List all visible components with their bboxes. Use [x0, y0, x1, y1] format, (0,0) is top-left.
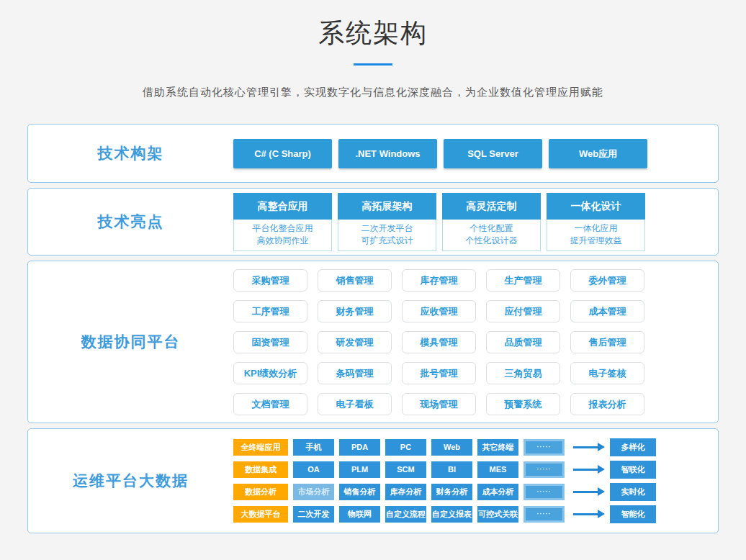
bigdata-result-label: 多样化: [610, 438, 656, 456]
tech-stack-button[interactable]: Web应用: [549, 139, 647, 168]
module-button[interactable]: 预警系统: [486, 393, 560, 415]
section-label-wrap: 数据协同平台: [28, 332, 233, 352]
highlight-card: 一体化设计一体化应用提升管理效益: [547, 193, 645, 251]
bigdata-item[interactable]: 手机: [293, 439, 334, 456]
highlight-card: 高拓展架构二次开发平台可扩充式设计: [338, 193, 436, 251]
section-label-wrap: 运维平台大数据: [28, 471, 233, 491]
highlight-card-line: 可扩充式设计: [338, 235, 436, 247]
bigdata-category-label: 大数据平台: [233, 506, 288, 523]
highlight-card-line: 二次开发平台: [338, 222, 436, 235]
bigdata-item[interactable]: 自定义流程: [385, 506, 426, 523]
module-button[interactable]: KPI绩效分析: [233, 362, 307, 384]
bigdata-result-label: 智能化: [610, 505, 656, 523]
bigdata-item[interactable]: 财务分析: [431, 484, 472, 500]
module-button[interactable]: 财务管理: [318, 300, 392, 322]
section-tech-stack-label: 技术构架: [98, 145, 164, 161]
arrow-right-icon: [573, 446, 598, 448]
tech-stack-button[interactable]: C# (C Sharp): [233, 139, 332, 168]
bigdata-row: 全终端应用手机PDAPCWeb其它终端·····多样化: [233, 438, 656, 456]
highlight-card-body: 二次开发平台可扩充式设计: [338, 220, 436, 251]
highlight-card-title: 高整合应用: [233, 193, 332, 220]
module-button[interactable]: 研发管理: [318, 331, 392, 353]
tech-stack-button[interactable]: SQL Server: [444, 139, 542, 168]
bigdata-item[interactable]: Web: [431, 439, 472, 456]
module-button[interactable]: 电子签核: [570, 362, 644, 384]
module-button[interactable]: 成本管理: [570, 300, 644, 322]
highlight-card-line: 高效协同作业: [234, 235, 331, 247]
bigdata-item[interactable]: 成本分析: [477, 484, 518, 500]
module-button[interactable]: 文档管理: [233, 393, 307, 415]
bigdata-result-label: 智联化: [610, 461, 656, 479]
tech-stack-button[interactable]: .NET Windows: [338, 139, 437, 168]
highlight-card-line: 提升管理效益: [547, 235, 644, 247]
arrow-right-icon: [573, 491, 598, 493]
section-bigdata-label: 运维平台大数据: [73, 472, 189, 489]
module-button[interactable]: 销售管理: [318, 269, 392, 292]
bigdata-item[interactable]: PDA: [339, 439, 380, 456]
bigdata-row: 数据集成OAPLMSCMBIMES·····智联化: [233, 461, 656, 479]
bigdata-ellipsis-item[interactable]: ·····: [523, 484, 565, 500]
bigdata-item[interactable]: 自定义报表: [431, 506, 472, 523]
module-button[interactable]: 售后管理: [570, 331, 644, 353]
module-button[interactable]: 条码管理: [318, 362, 392, 384]
bigdata-ellipsis-item[interactable]: ·····: [523, 439, 565, 456]
tech-stack-buttons: C# (C Sharp).NET WindowsSQL ServerWeb应用: [233, 139, 647, 168]
highlight-card-line: 个性化设计器: [443, 235, 540, 247]
highlight-card-body: 个性化配置个性化设计器: [442, 220, 541, 251]
bigdata-row: 数据分析市场分析销售分析库存分析财务分析成本分析·····实时化: [233, 483, 656, 501]
page-subtitle: 借助系统自动化核心管理引擎，实现数字化与信息化深度融合，为企业数值化管理应用赋能: [0, 86, 746, 99]
bigdata-item[interactable]: 库存分析: [385, 484, 426, 500]
arrow-right-icon: [573, 513, 598, 515]
bigdata-ellipsis-item[interactable]: ·····: [523, 461, 565, 478]
section-label-wrap: 技术构架: [28, 143, 233, 163]
bigdata-item[interactable]: OA: [293, 461, 334, 478]
bigdata-item[interactable]: 可控式关联: [477, 506, 518, 523]
bigdata-item[interactable]: PLM: [339, 461, 380, 478]
module-button[interactable]: 模具管理: [402, 331, 476, 353]
module-button[interactable]: 采购管理: [233, 269, 307, 292]
module-button[interactable]: 委外管理: [570, 269, 644, 292]
module-button[interactable]: 三角贸易: [486, 362, 560, 384]
section-bigdata: 运维平台大数据 全终端应用手机PDAPCWeb其它终端·····多样化数据集成O…: [27, 428, 719, 533]
page-header: 系统架构 借助系统自动化核心管理引擎，实现数字化与信息化深度融合，为企业数值化管…: [0, 0, 746, 99]
module-button[interactable]: 品质管理: [486, 331, 560, 353]
section-label-wrap: 技术亮点: [28, 212, 233, 232]
arrow-right-icon: [573, 469, 598, 471]
bigdata-item[interactable]: PC: [385, 439, 426, 456]
bigdata-item[interactable]: 物联网: [339, 506, 380, 523]
highlight-card-title: 一体化设计: [547, 193, 645, 220]
sections-container: 技术构架 C# (C Sharp).NET WindowsSQL ServerW…: [27, 124, 719, 533]
highlight-card-body: 一体化应用提升管理效益: [547, 220, 645, 251]
module-button[interactable]: 现场管理: [402, 393, 476, 415]
module-grid: 采购管理销售管理库存管理生产管理委外管理工序管理财务管理应收管理应付管理成本管理…: [233, 269, 644, 415]
bigdata-category-label: 全终端应用: [233, 439, 288, 456]
bigdata-category-label: 数据分析: [233, 484, 288, 500]
page-title: 系统架构: [0, 16, 746, 51]
bigdata-item[interactable]: 其它终端: [477, 439, 518, 456]
module-button[interactable]: 报表分析: [570, 393, 644, 415]
bigdata-item[interactable]: 市场分析: [293, 484, 334, 500]
section-highlights: 技术亮点 高整合应用平台化整合应用高效协同作业高拓展架构二次开发平台可扩充式设计…: [27, 188, 719, 256]
highlight-card: 高灵活定制个性化配置个性化设计器: [442, 193, 541, 251]
bigdata-item[interactable]: 销售分析: [339, 484, 380, 500]
bigdata-item[interactable]: MES: [477, 461, 518, 478]
bigdata-item[interactable]: BI: [431, 461, 472, 478]
section-data-platform-label: 数据协同平台: [81, 333, 181, 350]
bigdata-ellipsis-item[interactable]: ·····: [523, 506, 565, 523]
module-button[interactable]: 生产管理: [486, 269, 560, 292]
module-button[interactable]: 电子看板: [318, 393, 392, 415]
highlight-card: 高整合应用平台化整合应用高效协同作业: [233, 193, 332, 251]
module-button[interactable]: 批号管理: [402, 362, 476, 384]
module-button[interactable]: 应收管理: [402, 300, 476, 322]
module-button[interactable]: 固资管理: [233, 331, 307, 353]
bigdata-item[interactable]: SCM: [385, 461, 426, 478]
module-button[interactable]: 库存管理: [402, 269, 476, 292]
module-button[interactable]: 工序管理: [233, 300, 307, 322]
highlight-card-line: 个性化配置: [443, 222, 540, 235]
module-button[interactable]: 应付管理: [486, 300, 560, 322]
bigdata-item[interactable]: 二次开发: [293, 506, 334, 523]
highlight-card-title: 高灵活定制: [442, 193, 541, 220]
highlight-card-line: 平台化整合应用: [234, 222, 331, 235]
system-architecture-page: 系统架构 借助系统自动化核心管理引擎，实现数字化与信息化深度融合，为企业数值化管…: [0, 0, 746, 560]
highlight-card-line: 一体化应用: [547, 222, 644, 235]
